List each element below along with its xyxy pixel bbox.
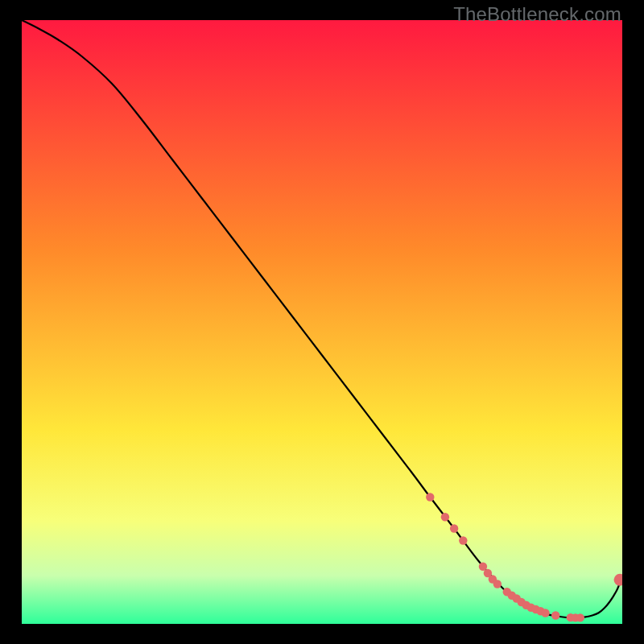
curve-marker — [426, 493, 434, 501]
gradient-background — [22, 20, 622, 624]
curve-marker — [551, 611, 559, 619]
curve-marker — [450, 524, 458, 532]
watermark-text: TheBottleneck.com — [453, 3, 621, 26]
curve-marker — [541, 609, 549, 617]
curve-marker — [576, 613, 584, 621]
curve-marker — [441, 513, 449, 521]
curve-marker — [459, 536, 467, 544]
bottleneck-curve-plot — [22, 20, 622, 624]
chart-frame: TheBottleneck.com — [0, 0, 644, 644]
curve-marker — [493, 580, 502, 588]
